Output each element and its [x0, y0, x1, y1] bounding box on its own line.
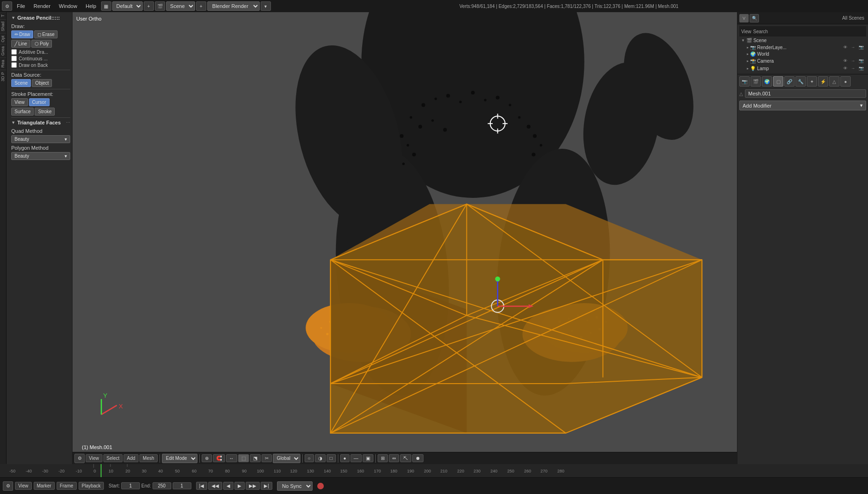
- line-button[interactable]: ╱ Line: [11, 40, 30, 48]
- vp-face-btn[interactable]: ▣: [363, 454, 373, 462]
- camera-render-icon[interactable]: 📷: [858, 58, 864, 64]
- prop-particles-icon[interactable]: ✦: [807, 76, 817, 87]
- prop-world-icon[interactable]: 🌍: [762, 76, 772, 87]
- play-next-btn[interactable]: ▶▶: [246, 482, 260, 490]
- layout-select[interactable]: Default: [112, 1, 143, 11]
- menu-window[interactable]: Window: [55, 2, 81, 10]
- lamp-cursor-icon[interactable]: →: [850, 65, 856, 72]
- right-view-tab[interactable]: V: [739, 14, 749, 22]
- vp-mirror-btn[interactable]: ⇔: [389, 454, 399, 462]
- play-prev-key-btn[interactable]: ◀◀: [208, 482, 222, 490]
- outliner-item-lamp[interactable]: ▸ 💡 Lamp 👁 → 📷: [739, 65, 866, 72]
- vp-view-btn[interactable]: View: [86, 454, 102, 462]
- prop-constraints-icon[interactable]: 🔗: [784, 76, 795, 87]
- vp-global-widget[interactable]: ⊕: [202, 454, 212, 462]
- render-render-icon[interactable]: 📷: [858, 44, 864, 51]
- prop-render-icon[interactable]: 📷: [739, 76, 750, 87]
- menu-help[interactable]: Help: [82, 2, 100, 10]
- vp-proportional-btn[interactable]: ○: [305, 454, 314, 462]
- draw-button[interactable]: ✏ Draw: [11, 30, 33, 38]
- menu-file[interactable]: File: [13, 2, 29, 10]
- prop-modifiers-icon[interactable]: 🔧: [795, 76, 806, 87]
- gp-collapse-icon[interactable]: ▼: [11, 15, 15, 20]
- vp-vert-btn[interactable]: ●: [340, 454, 350, 462]
- vp-snap-icons[interactable]: ⊞: [378, 454, 388, 462]
- vert-tab-opt[interactable]: Opt: [0, 33, 6, 44]
- engine-settings-icon[interactable]: ▾: [261, 1, 271, 11]
- viewport[interactable]: User Ortho: [73, 12, 737, 464]
- poly-method-dropdown[interactable]: Beauty ▾: [11, 152, 70, 160]
- vp-select-btn[interactable]: Select: [103, 454, 123, 462]
- additive-draw-checkbox[interactable]: [11, 49, 17, 55]
- play-end-btn[interactable]: ▶|: [261, 482, 272, 490]
- vert-tab-t[interactable]: T: [0, 12, 6, 19]
- scene-data-button[interactable]: Scene: [11, 79, 31, 87]
- blender-icon[interactable]: ⚙: [2, 1, 12, 11]
- prop-scene-icon[interactable]: 🎬: [751, 76, 761, 87]
- vp-sculpt-btn[interactable]: ⛏: [400, 454, 411, 462]
- tri-collapse-icon[interactable]: ▼: [11, 120, 15, 125]
- prop-physics-icon[interactable]: ⚡: [818, 76, 828, 87]
- vp-add-btn[interactable]: Add: [124, 454, 139, 462]
- outliner-item-scene[interactable]: ▼ 🎬 Scene: [739, 37, 866, 44]
- erase-button[interactable]: ◻ Erase: [34, 30, 58, 38]
- lamp-eye-icon[interactable]: 👁: [842, 65, 848, 72]
- start-frame-input[interactable]: [121, 482, 140, 489]
- vp-menu-icon[interactable]: ⚙: [74, 454, 85, 463]
- vp-edge-btn[interactable]: —: [350, 454, 362, 462]
- render-eye-icon[interactable]: 👁: [842, 44, 848, 51]
- outliner-item-renderlayer[interactable]: ▸ 📷 RenderLaye... 👁 → 📷: [739, 44, 866, 51]
- vp-overlay-btn[interactable]: ◑: [315, 454, 326, 462]
- prop-material-icon[interactable]: ●: [840, 76, 851, 87]
- camera-cursor-icon[interactable]: →: [850, 58, 856, 64]
- vp-knife[interactable]: ✂: [262, 454, 272, 462]
- current-frame-input[interactable]: [173, 482, 191, 489]
- vp-tools-1[interactable]: ↔: [226, 454, 237, 462]
- status-view-btn[interactable]: View: [15, 482, 32, 490]
- vp-snap-btn[interactable]: 🧲: [213, 454, 225, 462]
- play-btn[interactable]: ▶: [234, 482, 245, 490]
- end-frame-input[interactable]: [153, 482, 171, 489]
- vp-mesh-btn[interactable]: Mesh: [139, 454, 157, 462]
- continuous-checkbox[interactable]: [11, 56, 17, 61]
- vp-mode-select[interactable]: Edit Mode: [162, 454, 197, 463]
- play-prev-btn[interactable]: ◀: [223, 482, 233, 490]
- vert-tab-rea[interactable]: Rea: [0, 58, 6, 70]
- draw-on-back-checkbox[interactable]: [11, 62, 17, 68]
- screen-layout-icon[interactable]: ▦: [101, 1, 111, 11]
- tri-options-icon[interactable]: ⋯: [66, 120, 70, 125]
- play-start-btn[interactable]: |◀: [196, 482, 208, 490]
- vp-select-box[interactable]: ⬚: [238, 454, 249, 462]
- view-button[interactable]: View: [11, 98, 28, 106]
- render-cursor-icon[interactable]: →: [850, 44, 856, 51]
- scene-icon[interactable]: 🎬: [155, 1, 165, 11]
- status-blender-icon[interactable]: ⚙: [3, 481, 13, 491]
- scene-select[interactable]: Scene: [166, 1, 195, 11]
- status-frame-btn[interactable]: Frame: [57, 482, 77, 490]
- status-playback-btn[interactable]: Playback: [79, 482, 104, 490]
- cursor-button[interactable]: Cursor: [29, 98, 50, 106]
- quad-method-dropdown[interactable]: Beauty ▾: [11, 135, 70, 143]
- lamp-render-icon[interactable]: 📷: [858, 65, 864, 72]
- object-name-input[interactable]: [745, 89, 866, 98]
- layout-add-icon[interactable]: +: [144, 1, 154, 11]
- engine-select[interactable]: Blender Render: [207, 1, 260, 11]
- vp-xray-btn[interactable]: □: [327, 454, 336, 462]
- scene-add-icon[interactable]: +: [196, 1, 206, 11]
- add-modifier-button[interactable]: Add Modifier ▾: [739, 101, 866, 110]
- vert-tab-grease[interactable]: Grea: [0, 44, 6, 58]
- vert-tab-3dpr[interactable]: 3D P: [0, 70, 6, 83]
- status-marker-btn[interactable]: Marker: [34, 482, 55, 490]
- object-data-button[interactable]: Object: [32, 79, 52, 87]
- camera-eye-icon[interactable]: 👁: [842, 58, 848, 64]
- poly-button[interactable]: ⬡ Poly: [31, 40, 52, 48]
- stroke-button[interactable]: Stroke: [35, 108, 55, 116]
- vert-tab-shading[interactable]: Shad: [0, 19, 6, 33]
- prop-object-icon[interactable]: ▢: [773, 76, 783, 87]
- vp-transform-select[interactable]: Global: [273, 454, 300, 463]
- right-search-tab[interactable]: 🔍: [750, 14, 759, 22]
- vp-lasso[interactable]: ⬔: [250, 454, 261, 462]
- menu-render[interactable]: Render: [30, 2, 54, 10]
- prop-data-icon[interactable]: △: [829, 76, 839, 87]
- surface-button[interactable]: Surface: [11, 108, 34, 116]
